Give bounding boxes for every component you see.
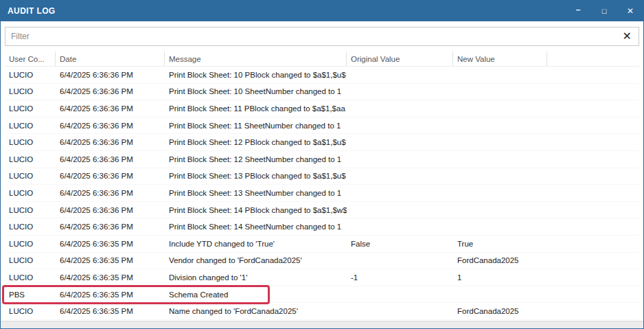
cell-user: LUCIO xyxy=(5,84,56,100)
table-row[interactable]: LUCIO6/4/2025 6:36:36 PMPrint Block Shee… xyxy=(5,67,639,84)
cell-date: 6/4/2025 6:36:36 PM xyxy=(56,202,165,218)
table-row[interactable]: LUCIO6/4/2025 6:36:36 PMPrint Block Shee… xyxy=(5,202,639,219)
cell-new: FordCanada2025 xyxy=(453,303,547,319)
table-row[interactable]: LUCIO6/4/2025 6:36:36 PMPrint Block Shee… xyxy=(5,218,639,236)
cell-message: Name changed to 'FordCanada2025' xyxy=(165,303,347,319)
column-header-date[interactable]: Date xyxy=(56,52,165,66)
table-row[interactable]: LUCIO6/4/2025 6:36:36 PMPrint Block Shee… xyxy=(5,117,639,135)
table-body: LUCIO6/4/2025 6:36:36 PMPrint Block Shee… xyxy=(5,67,639,321)
cell-message: Schema Created xyxy=(165,286,347,303)
cell-message: Include YTD changed to 'True' xyxy=(165,236,347,252)
table-row[interactable]: PBS6/4/2025 6:36:35 PMSchema Created xyxy=(5,286,639,304)
table-row[interactable]: LUCIO6/4/2025 6:36:36 PMPrint Block Shee… xyxy=(5,84,639,101)
table-row[interactable]: LUCIO6/4/2025 6:36:36 PMPrint Block Shee… xyxy=(5,151,639,168)
table-row[interactable]: LUCIO6/4/2025 6:36:36 PMPrint Block Shee… xyxy=(5,100,639,117)
cell-user: LUCIO xyxy=(5,218,56,235)
cell-new xyxy=(453,286,547,303)
cell-date: 6/4/2025 6:36:36 PM xyxy=(56,67,165,83)
cell-extra xyxy=(547,253,639,269)
cell-user: LUCIO xyxy=(5,67,56,83)
cell-message: Print Block Sheet: 14 PBlock changed to … xyxy=(165,202,347,218)
cell-date: 6/4/2025 6:36:36 PM xyxy=(56,117,165,134)
cell-new xyxy=(453,218,547,235)
cell-new xyxy=(453,168,547,185)
filter-input[interactable] xyxy=(11,32,621,41)
table-header: User Co... Date Message Original Value N… xyxy=(5,52,639,67)
cell-user: LUCIO xyxy=(5,202,56,218)
cell-original xyxy=(347,100,453,117)
cell-message: Print Block Sheet: 10 PBlock changed to … xyxy=(165,67,347,83)
cell-user: LUCIO xyxy=(5,185,56,201)
table-row[interactable]: LUCIO6/4/2025 6:36:36 PMPrint Block Shee… xyxy=(5,134,639,151)
close-button[interactable]: ✕ xyxy=(617,1,643,21)
window-title: AUDIT LOG xyxy=(1,6,56,16)
cell-new xyxy=(453,134,547,150)
window-controls: – □ ✕ xyxy=(565,1,643,21)
title-bar[interactable]: AUDIT LOG – □ ✕ xyxy=(1,1,643,21)
cell-message: Print Block Sheet: 11 PBlock changed to … xyxy=(165,100,347,117)
cell-message: Print Block Sheet: 11 SheetNumber change… xyxy=(165,117,347,134)
cell-message: Print Block Sheet: 12 SheetNumber change… xyxy=(165,151,347,168)
cell-original xyxy=(347,117,453,134)
cell-original xyxy=(347,218,453,235)
cell-user: LUCIO xyxy=(5,134,56,150)
cell-user: LUCIO xyxy=(5,253,56,269)
table-row[interactable]: LUCIO6/4/2025 6:36:35 PMDivision changed… xyxy=(5,269,639,286)
cell-message: Print Block Sheet: 13 PBlock changed to … xyxy=(165,168,347,185)
cell-new xyxy=(453,117,547,134)
cell-new xyxy=(453,67,547,83)
cell-user: PBS xyxy=(5,286,56,303)
table-row[interactable]: LUCIO6/4/2025 6:36:36 PMPrint Block Shee… xyxy=(5,168,639,185)
cell-original xyxy=(347,185,453,201)
maximize-button[interactable]: □ xyxy=(591,1,617,21)
column-header-user-code[interactable]: User Co... xyxy=(5,52,56,66)
cell-extra xyxy=(547,168,639,185)
cell-original xyxy=(347,303,453,319)
cell-extra xyxy=(547,202,639,218)
table-row[interactable]: LUCIO6/4/2025 6:36:35 PMInclude YTD chan… xyxy=(5,236,639,253)
cell-extra xyxy=(547,134,639,150)
cell-user: LUCIO xyxy=(5,168,56,185)
cell-message: Print Block Sheet: 10 SheetNumber change… xyxy=(165,84,347,100)
cell-original: False xyxy=(347,236,453,252)
table-row[interactable]: LUCIO6/4/2025 6:36:35 PMVendor changed t… xyxy=(5,253,639,270)
cell-new xyxy=(453,202,547,218)
minimize-button[interactable]: – xyxy=(565,1,591,21)
cell-extra xyxy=(547,185,639,201)
cell-date: 6/4/2025 6:36:36 PM xyxy=(56,84,165,100)
cell-extra xyxy=(547,286,639,303)
cell-extra xyxy=(547,151,639,168)
minimize-icon: – xyxy=(576,5,581,14)
column-header-message[interactable]: Message xyxy=(165,52,347,66)
cell-new xyxy=(453,84,547,100)
cell-date: 6/4/2025 6:36:36 PM xyxy=(56,134,165,150)
cell-message: Print Block Sheet: 14 SheetNumber change… xyxy=(165,218,347,235)
cell-date: 6/4/2025 6:36:35 PM xyxy=(56,253,165,269)
column-header-original-value[interactable]: Original Value xyxy=(347,52,453,66)
cell-extra xyxy=(547,117,639,134)
cell-new xyxy=(453,151,547,168)
cell-extra xyxy=(547,100,639,117)
cell-user: LUCIO xyxy=(5,117,56,134)
cell-message: Print Block Sheet: 12 PBlock changed to … xyxy=(165,134,347,150)
close-icon: ✕ xyxy=(627,6,634,16)
cell-extra xyxy=(547,236,639,252)
cell-extra xyxy=(547,303,639,319)
cell-new: 1 xyxy=(453,269,547,286)
cell-user: LUCIO xyxy=(5,100,56,117)
cell-extra xyxy=(547,84,639,100)
cell-new xyxy=(453,100,547,117)
cell-new: FordCanada2025 xyxy=(453,253,547,269)
table-row[interactable]: LUCIO6/4/2025 6:36:36 PMPrint Block Shee… xyxy=(5,185,639,202)
cell-extra xyxy=(547,269,639,286)
column-header-new-value[interactable]: New Value xyxy=(453,52,547,66)
cell-new xyxy=(453,185,547,201)
cell-date: 6/4/2025 6:36:35 PM xyxy=(56,286,165,303)
cell-extra xyxy=(547,67,639,83)
cell-original: -1 xyxy=(347,269,453,286)
column-header-empty[interactable] xyxy=(547,52,639,66)
filter-bar: ✕ xyxy=(5,27,639,46)
content-area: ✕ User Co... Date Message Original Value… xyxy=(1,21,643,321)
table-row[interactable]: LUCIO6/4/2025 6:36:35 PMName changed to … xyxy=(5,303,639,320)
clear-filter-icon[interactable]: ✕ xyxy=(621,31,633,42)
